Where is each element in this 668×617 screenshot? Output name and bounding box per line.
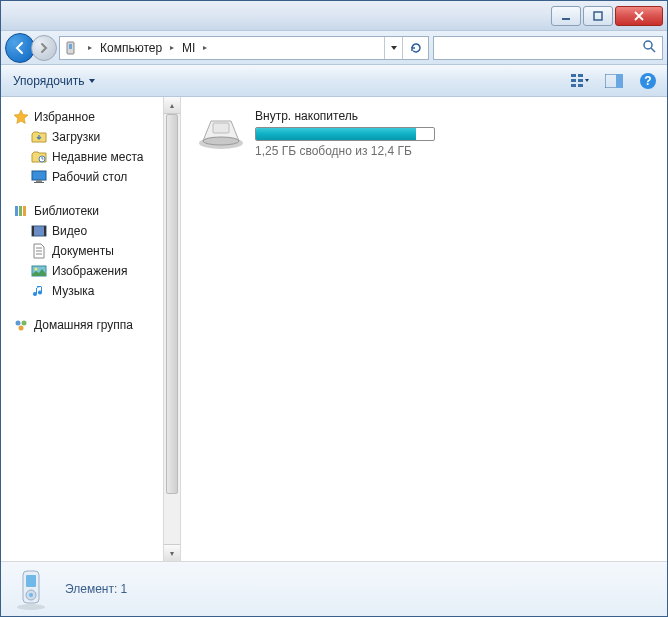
music-icon [31,283,47,299]
sidebar-homegroup-header[interactable]: Домашняя группа [9,315,162,335]
close-button[interactable] [615,6,663,26]
libraries-icon [13,203,29,219]
documents-icon [31,243,47,259]
sidebar-scrollbar[interactable]: ▴ ▾ [163,97,180,561]
minimize-button[interactable] [551,6,581,26]
chevron-right-icon[interactable]: ▸ [166,43,178,52]
svg-rect-1 [594,12,602,20]
scroll-down-button[interactable]: ▾ [164,544,180,561]
svg-line-5 [651,48,655,52]
sidebar-item-documents[interactable]: Документы [9,241,162,261]
pictures-icon [31,263,47,279]
svg-rect-33 [213,123,229,133]
svg-point-30 [19,326,24,331]
svg-rect-6 [571,74,576,77]
search-icon [636,39,662,56]
maximize-button[interactable] [583,6,613,26]
navigation-bar: ▸ Компьютер ▸ MI ▸ [1,31,667,65]
svg-point-32 [203,137,239,145]
scroll-thumb[interactable] [166,114,178,494]
svg-rect-10 [578,79,583,82]
sidebar-item-label: Музыка [52,284,94,298]
star-icon [13,109,29,125]
svg-text:?: ? [644,74,651,88]
svg-rect-13 [616,74,623,88]
sidebar-item-recent[interactable]: Недавние места [9,147,162,167]
content-pane[interactable]: Внутр. накопитель 1,25 ГБ свободно из 12… [181,97,667,561]
help-button[interactable]: ? [637,70,659,92]
video-icon [31,223,47,239]
svg-rect-8 [571,84,576,87]
svg-rect-17 [32,171,46,180]
homegroup-icon [13,317,29,333]
svg-rect-7 [571,79,576,82]
svg-rect-3 [69,44,72,49]
svg-rect-36 [26,575,36,587]
sidebar-item-pictures[interactable]: Изображения [9,261,162,281]
svg-rect-20 [15,206,18,216]
svg-point-34 [17,604,45,610]
scroll-up-button[interactable]: ▴ [164,97,180,114]
drive-icon [197,113,245,151]
preview-pane-button[interactable] [603,70,625,92]
forward-button[interactable] [31,35,57,61]
sidebar-item-label: Недавние места [52,150,143,164]
homegroup-label: Домашняя группа [34,318,133,332]
refresh-button[interactable] [402,37,428,59]
svg-rect-11 [578,84,583,87]
svg-rect-9 [578,74,583,77]
sidebar-item-label: Видео [52,224,87,238]
svg-rect-18 [36,180,42,182]
address-dropdown[interactable] [384,37,402,59]
device-icon [60,37,84,59]
details-text: Элемент: 1 [65,582,127,596]
chevron-right-icon[interactable]: ▸ [199,43,211,52]
sidebar-item-label: Документы [52,244,114,258]
storage-progress-fill [256,128,416,140]
svg-rect-25 [44,226,46,236]
search-input[interactable] [433,36,663,60]
libraries-label: Библиотеки [34,204,99,218]
svg-point-28 [16,321,21,326]
svg-point-38 [29,593,33,597]
svg-rect-23 [32,226,46,236]
storage-subtext: 1,25 ГБ свободно из 12,4 ГБ [255,144,435,158]
sidebar-libraries-header[interactable]: Библиотеки [9,201,162,221]
window-titlebar [1,1,667,31]
chevron-down-icon [88,77,96,85]
svg-point-29 [22,321,27,326]
svg-rect-21 [19,206,22,216]
breadcrumb-segment[interactable]: MI [178,37,199,59]
sidebar-item-label: Изображения [52,264,127,278]
desktop-icon [31,169,47,185]
recent-icon [31,149,47,165]
svg-rect-0 [562,18,570,20]
sidebar-item-video[interactable]: Видео [9,221,162,241]
storage-name: Внутр. накопитель [255,109,435,123]
sidebar-item-label: Загрузки [52,130,100,144]
view-options-button[interactable] [569,70,591,92]
svg-point-27 [35,268,38,271]
sidebar-item-music[interactable]: Музыка [9,281,162,301]
toolbar: Упорядочить ? [1,65,667,97]
address-bar[interactable]: ▸ Компьютер ▸ MI ▸ [59,36,429,60]
sidebar-item-downloads[interactable]: Загрузки [9,127,162,147]
breadcrumb-segment[interactable]: Компьютер [96,37,166,59]
storage-progress [255,127,435,141]
organize-menu[interactable]: Упорядочить [9,72,100,90]
svg-rect-22 [23,206,26,216]
favorites-label: Избранное [34,110,95,124]
sidebar-item-desktop[interactable]: Рабочий стол [9,167,162,187]
main-area: Избранное Загрузки Недавние места Рабочи… [1,97,667,561]
chevron-right-icon[interactable]: ▸ [84,43,96,52]
sidebar-favorites-header[interactable]: Избранное [9,107,162,127]
storage-item[interactable]: Внутр. накопитель 1,25 ГБ свободно из 12… [197,109,651,158]
svg-point-4 [644,41,652,49]
sidebar-item-label: Рабочий стол [52,170,127,184]
details-pane: Элемент: 1 [1,561,667,616]
svg-rect-24 [32,226,34,236]
device-large-icon [11,567,51,611]
svg-rect-19 [34,182,44,183]
organize-label: Упорядочить [13,74,84,88]
navigation-sidebar: Избранное Загрузки Недавние места Рабочи… [1,97,181,561]
